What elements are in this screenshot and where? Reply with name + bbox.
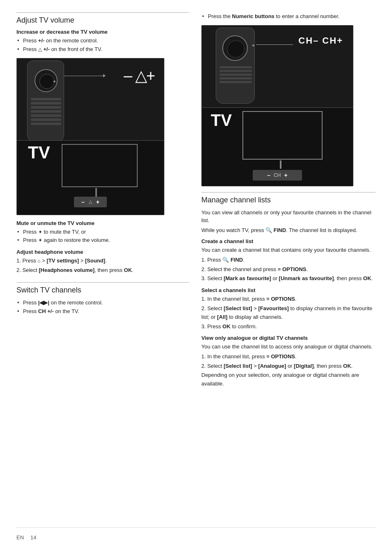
subsection-increase-decrease: Increase or decrease the TV volume: [16, 29, 189, 35]
remote-ch-image: CH– CH+: [202, 26, 353, 108]
view-step2: 2. Select [Select list] > [Analogue] or …: [201, 362, 376, 371]
subsection-headphone: Adjust headphone volume: [16, 249, 189, 255]
ch-dot: [252, 44, 254, 46]
ch-minus-btn: –: [267, 172, 270, 179]
rc-row: [219, 66, 252, 68]
subsection-view: View only analogue or digital TV channel…: [201, 335, 376, 341]
right-combined-image: CH– CH+ TV – CH +: [201, 25, 353, 186]
view-intro: You can use the channel list to access o…: [201, 343, 376, 351]
right-intro-list: Press the Numeric buttons to enter a cha…: [201, 12, 376, 21]
section-title-adjust-volume: Adjust TV volume: [16, 12, 189, 25]
footer-page: 14: [30, 534, 36, 541]
section-manage-channels: Manage channel lists You can view all ch…: [201, 192, 376, 388]
select-step2: 2. Select [Select list] > [Favourites] t…: [201, 304, 376, 322]
subsection-create: Create a channel list: [201, 238, 376, 244]
rc-row: [219, 77, 252, 79]
rc-row: [219, 70, 252, 72]
right-column: Press the Numeric buttons to enter a cha…: [201, 12, 376, 527]
create-step1: 1. Press 🔍 FIND.: [201, 256, 376, 265]
minus-btn: –: [81, 199, 85, 205]
select-step3: 3. Press OK to confirm.: [201, 323, 376, 331]
create-intro: You can create a channel list that conta…: [201, 246, 376, 254]
rc-row: [31, 123, 61, 125]
list-item: Press ✦ to mute the TV, or: [16, 228, 189, 237]
create-step3: 3. Select [Mark as favourite] or [Unmark…: [201, 274, 376, 283]
rc-row: [219, 74, 252, 76]
list-item: Press ✦ again to restore the volume.: [16, 236, 189, 245]
remote-button-rows: [31, 98, 61, 125]
mute-list: Press ✦ to mute the TV, or Press ✦ again…: [16, 228, 189, 245]
rc-row: [31, 106, 61, 109]
nav-inner: [227, 40, 244, 58]
remote-control-drawing: – △+: [17, 58, 157, 141]
plus-btn: +: [96, 199, 99, 205]
remote-ch-drawing: CH– CH+: [208, 26, 347, 106]
view-step3: Depending on your selection, only analog…: [201, 371, 376, 388]
view-step1: 1. In the channel list, press ≡ OPTIONS.: [201, 353, 376, 361]
nav-circle-outer: [35, 69, 58, 92]
section-title-switch: Switch TV channels: [16, 282, 189, 295]
headphone-step2: 2. Select [Headphones volume], then pres…: [16, 266, 189, 275]
ch-label: CH– CH+: [298, 35, 343, 46]
left-combined-image: – △+ TV –: [16, 58, 164, 215]
tv-stand-right: [280, 160, 281, 169]
tv-drawing: TV – △ +: [25, 141, 156, 211]
rc-row: [31, 110, 61, 113]
section-switch-channels: Switch TV channels Press |◀▶| on the rem…: [16, 282, 189, 316]
select-step1: 1. In the channel list, press ≡ OPTIONS.: [201, 295, 376, 304]
increase-decrease-list: Press +/- on the remote control. Press △…: [16, 37, 189, 54]
find-line: While you watch TV, press 🔍 FIND. The ch…: [201, 226, 376, 234]
page-footer: EN 14: [16, 527, 376, 541]
tv-ch-image: TV – CH +: [202, 108, 353, 186]
create-step2: 2. Select the channel and press ≡ OPTION…: [201, 265, 376, 274]
rc-row: [219, 81, 252, 83]
ch-arrow-line: [256, 44, 293, 45]
ch-text: CH: [274, 172, 281, 178]
subsection-mute: Mute or unmute the TV volume: [16, 220, 189, 226]
tv-brand-label: TV: [28, 143, 50, 162]
rc-row: [31, 98, 61, 100]
ch-plus-btn: +: [284, 172, 287, 179]
tv-ch-drawing: TV – CH +: [208, 108, 347, 184]
headphone-step1: 1. Press ⌂ > [TV settings] > [Sound].: [16, 257, 189, 265]
arrow-indicator: [64, 76, 105, 76]
rc-row: [31, 118, 61, 121]
footer-lang: EN: [16, 534, 24, 541]
left-column: Adjust TV volume Increase or decrease th…: [16, 12, 189, 527]
manage-intro: You can view all channels or only your f…: [201, 209, 376, 225]
ch-remote-rows: [219, 66, 252, 83]
subsection-select: Select a channels list: [201, 287, 376, 293]
triangle-icon: △: [89, 199, 92, 204]
remote-body: [27, 60, 64, 141]
nav-circle-inner: [39, 74, 54, 89]
list-item: Press the Numeric buttons to enter a cha…: [201, 12, 376, 21]
list-item: Press △ +/- on the front of the TV.: [16, 45, 189, 54]
list-item: Press +/- on the remote control.: [16, 37, 189, 45]
switch-channels-list: Press |◀▶| on the remote control. Press …: [16, 299, 189, 316]
nav-dot: [53, 80, 55, 82]
list-item: Press |◀▶| on the remote control.: [16, 299, 189, 307]
remote-image-left: – △+: [17, 58, 164, 141]
tv-label-right: TV: [211, 111, 232, 130]
nav-circle: [222, 35, 248, 61]
rc-row: [31, 114, 61, 117]
tv-ch-controls: – CH +: [253, 170, 302, 181]
section-title-manage: Manage channel lists: [201, 192, 376, 204]
list-item: Press CH +/- on the TV.: [16, 307, 189, 316]
remote-ch-body: [216, 28, 255, 104]
tv-screen: [62, 144, 138, 187]
section-adjust-volume: Adjust TV volume Increase or decrease th…: [16, 12, 189, 275]
tv-controls: – △ +: [74, 197, 107, 207]
tv-screen-right: [242, 111, 323, 160]
volume-label: – △+: [124, 67, 154, 85]
rc-row: [31, 102, 61, 104]
tv-image-left: TV – △ +: [17, 141, 164, 215]
